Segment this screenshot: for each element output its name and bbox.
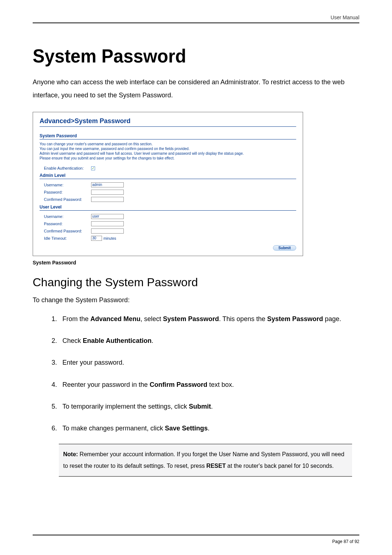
user-username-row: Username: user xyxy=(40,213,296,220)
step-text: text box. xyxy=(207,381,234,388)
note-box: Note: Remember your account information.… xyxy=(59,444,352,477)
step-item: Check Enable Authentication. xyxy=(59,335,352,347)
step-bold: System Password xyxy=(267,315,323,323)
panel-desc-line: Please ensure that you submit and save y… xyxy=(40,156,175,160)
page-number: Page 87 of 92 xyxy=(332,539,359,544)
idle-timeout-row: Idle Timeout: 30 minutes xyxy=(40,235,296,242)
figure-caption: System Password xyxy=(33,260,359,266)
field-label: Confirmed Password: xyxy=(44,229,91,233)
field-label: Password: xyxy=(44,190,91,194)
step-text: . This opens the xyxy=(219,315,267,323)
user-confirmed-row: Confirmed Password: xyxy=(40,227,296,235)
step-item: Enter your password. xyxy=(59,356,352,369)
field-label: Username: xyxy=(44,183,91,187)
user-password-input[interactable] xyxy=(91,221,124,226)
steps-list: From the Advanced Menu, select System Pa… xyxy=(59,313,352,434)
admin-password-input[interactable] xyxy=(91,190,124,195)
panel-breadcrumb: Advanced>System Password xyxy=(40,117,296,127)
field-label: Idle Timeout: xyxy=(44,236,91,240)
step-item: To make changes permanent, click Save Se… xyxy=(59,422,352,434)
lead-text: To change the System Password: xyxy=(33,296,359,304)
field-label: Confirmed Password: xyxy=(44,197,91,202)
user-level-heading: User Level xyxy=(40,204,296,211)
step-bold: Advanced Menu xyxy=(90,315,140,323)
admin-confirmed-row: Confirmed Password: xyxy=(40,196,296,203)
step-text: . xyxy=(151,337,153,344)
admin-username-input[interactable]: admin xyxy=(91,182,124,187)
panel-section-heading: System Password xyxy=(40,133,296,139)
step-text: . xyxy=(208,425,209,432)
step-bold: Confirm Password xyxy=(150,381,207,388)
admin-confirmed-input[interactable] xyxy=(91,197,124,202)
admin-password-row: Password: xyxy=(40,189,296,196)
submit-button[interactable]: Submit xyxy=(273,245,296,251)
step-text: Check xyxy=(62,337,83,344)
page-footer: Page 87 of 92 xyxy=(33,535,359,544)
user-username-input[interactable]: user xyxy=(91,214,124,219)
system-password-panel: Advanced>System Password System Password… xyxy=(33,112,303,256)
idle-timeout-unit: minutes xyxy=(103,236,116,240)
step-text: , select xyxy=(140,315,163,323)
submit-row: Submit xyxy=(40,244,296,251)
user-confirmed-input[interactable] xyxy=(91,228,124,234)
step-item: Reenter your password in the Confirm Pas… xyxy=(59,378,352,391)
enable-auth-row: Enable Authentication: ✓ xyxy=(40,165,296,171)
user-password-row: Password: xyxy=(40,220,296,227)
admin-level-heading: Admin Level xyxy=(40,173,296,179)
field-label: Password: xyxy=(44,222,91,226)
step-bold: Submit xyxy=(189,403,211,410)
step-bold: System Password xyxy=(163,315,219,323)
idle-timeout-input[interactable]: 30 xyxy=(91,236,102,241)
step-text: Enter your password. xyxy=(62,359,124,366)
step-bold: Enable Authentication xyxy=(83,337,151,344)
panel-description: You can change your router's username an… xyxy=(40,142,296,161)
step-text: . xyxy=(211,403,213,410)
panel-desc-line: You can change your router's username an… xyxy=(40,142,152,146)
page-header: User Manual xyxy=(33,15,359,23)
step-text: Reenter your password in the xyxy=(62,381,150,388)
note-reset: RESET xyxy=(207,463,226,469)
intro-paragraph: Anyone who can access the web interface … xyxy=(33,76,359,102)
enable-auth-checkbox[interactable]: ✓ xyxy=(91,166,95,170)
admin-username-row: Username: admin xyxy=(40,181,296,189)
panel-desc-line: Admin level username and password will h… xyxy=(40,151,244,155)
step-text: To make changes permanent, click xyxy=(62,425,165,432)
step-item: From the Advanced Menu, select System Pa… xyxy=(59,313,352,325)
note-lead: Note: xyxy=(63,451,78,457)
step-bold: Save Settings xyxy=(165,425,208,432)
page-title: System Password xyxy=(33,45,343,67)
field-label: Username: xyxy=(44,214,91,219)
note-body: at the router's back panel for 10 second… xyxy=(226,463,334,469)
step-item: To temporarily implement the settings, c… xyxy=(59,400,352,413)
panel-desc-line: You can just input the new username, pas… xyxy=(40,147,189,151)
header-label: User Manual xyxy=(33,15,359,20)
step-text: To temporarily implement the settings, c… xyxy=(62,403,189,410)
step-text: page. xyxy=(323,315,341,323)
step-text: From the xyxy=(62,315,90,323)
section-heading: Changing the System Password xyxy=(33,276,359,289)
enable-auth-label: Enable Authentication: xyxy=(44,166,91,170)
